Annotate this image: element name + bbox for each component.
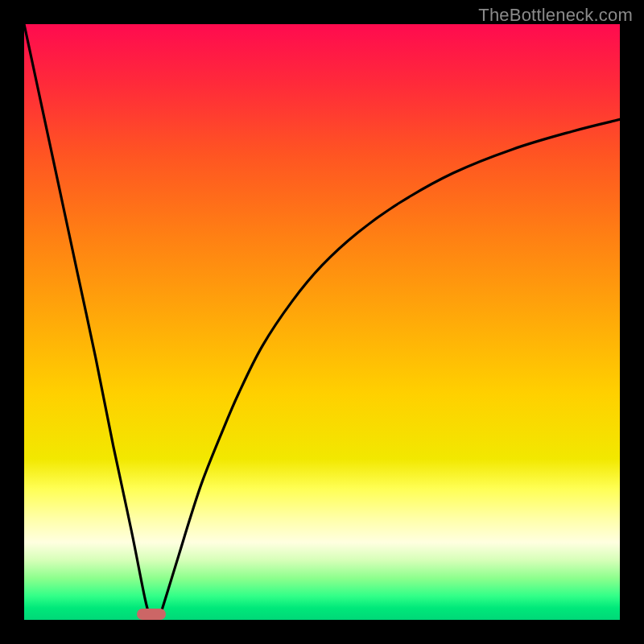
bottleneck-curve bbox=[24, 24, 620, 620]
watermark-text: TheBottleneck.com bbox=[478, 5, 633, 26]
minimum-marker bbox=[137, 609, 166, 620]
plot-area bbox=[24, 24, 620, 620]
chart-frame: TheBottleneck.com bbox=[0, 0, 644, 644]
